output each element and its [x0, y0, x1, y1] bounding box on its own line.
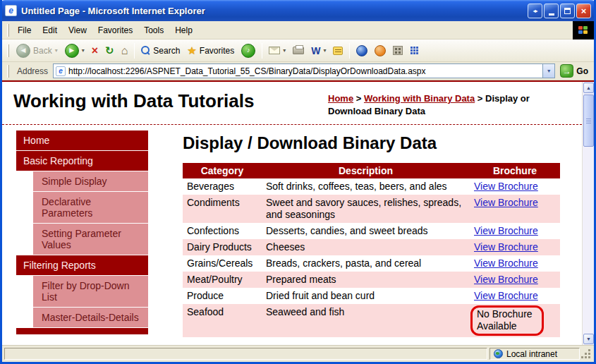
window-arrows-button[interactable]: ◂▸ [528, 4, 542, 18]
back-dropdown-icon[interactable]: ▾ [55, 47, 58, 54]
view-brochure-link[interactable]: View Brochure [474, 290, 538, 301]
table-row-dairy-products: Dairy ProductsCheesesView Brochure [183, 239, 560, 255]
stop-button[interactable]: × [89, 44, 101, 58]
main-content: Display / Download Binary Data CategoryD… [183, 131, 582, 337]
forward-button[interactable]: ▶ ▾ [62, 42, 87, 59]
breadcrumb-link-home[interactable]: Home [328, 93, 353, 104]
search-button[interactable]: Search [138, 44, 183, 57]
title-bar[interactable]: e Untitled Page - Microsoft Internet Exp… [0, 0, 596, 21]
messenger-icon [356, 45, 367, 56]
menu-favorites[interactable]: Favorites [92, 23, 138, 38]
media-button[interactable]: ♪ [238, 42, 258, 59]
print-button[interactable] [290, 45, 307, 56]
description-cell: Seaweed and fish [262, 304, 470, 337]
view-brochure-link[interactable]: View Brochure [474, 257, 538, 269]
close-button[interactable]: × [576, 4, 591, 18]
menu-bar-grip[interactable] [7, 24, 9, 37]
discuss-button[interactable] [330, 45, 346, 56]
discuss-icon [333, 47, 343, 55]
table-row-condiments: CondimentsSweet and savory sauces, relis… [183, 195, 560, 223]
sidebar-item-filter-by-drop-down-list[interactable]: Filter by Drop-Down List [33, 276, 148, 307]
brochure-cell: View Brochure [470, 195, 560, 223]
window-title: Untitled Page - Microsoft Internet Explo… [21, 6, 523, 16]
sidebar-item-partial[interactable] [16, 328, 148, 334]
maximize-button[interactable] [560, 4, 575, 18]
address-dropdown-button[interactable]: ▼ [542, 64, 554, 78]
column-header-brochure: Brochure [470, 163, 560, 178]
sidebar-nav: HomeBasic ReportingSimple DisplayDeclara… [16, 131, 148, 327]
home-button[interactable]: ⌂ [118, 44, 131, 58]
research-icon [375, 45, 386, 56]
forward-dropdown-icon[interactable]: ▾ [82, 47, 85, 54]
refresh-icon: ↻ [105, 45, 114, 56]
address-bar: Address e http://localhost:2296/ASPNET_D… [2, 62, 594, 80]
forward-icon: ▶ [65, 44, 79, 58]
view-brochure-link[interactable]: View Brochure [474, 181, 538, 192]
folders-button[interactable] [390, 44, 406, 56]
table-row-confections: ConfectionsDesserts, candies, and sweet … [183, 223, 560, 239]
refresh-button[interactable]: ↻ [102, 44, 117, 57]
messenger-button[interactable] [353, 44, 370, 58]
breadcrumb: Home > Working with Binary Data > Displa… [328, 90, 573, 118]
brochure-cell: View Brochure [470, 288, 560, 304]
view-brochure-link[interactable]: View Brochure [474, 241, 538, 253]
menu-file[interactable]: File [12, 23, 37, 38]
url-page-icon: e [56, 66, 66, 76]
browser-viewport: Working with Data Tutorials Home > Worki… [2, 82, 594, 345]
scrollbar-thumb[interactable] [583, 95, 594, 147]
toolbar-separator [134, 43, 135, 59]
menu-edit[interactable]: Edit [37, 23, 63, 38]
menu-view[interactable]: View [63, 23, 92, 38]
sidebar-item-basic-reporting[interactable]: Basic Reporting [16, 151, 148, 171]
research-button[interactable] [372, 44, 389, 58]
links-grid-button[interactable] [407, 44, 422, 56]
menu-tools[interactable]: Tools [138, 23, 169, 38]
favorites-label: Favorites [200, 46, 234, 56]
view-brochure-link[interactable]: View Brochure [474, 225, 538, 236]
go-button[interactable]: → Go [559, 64, 591, 78]
sidebar: HomeBasic ReportingSimple DisplayDeclara… [16, 131, 148, 337]
url-text: http://localhost:2296/ASPNET_Data_Tutori… [68, 66, 542, 76]
back-button[interactable]: ◀ Back ▾ [13, 42, 61, 59]
scroll-down-button[interactable]: ▼ [583, 334, 594, 344]
categories-table: CategoryDescriptionBrochure BeveragesSof… [183, 163, 560, 337]
edit-dropdown-icon[interactable]: ▾ [323, 47, 326, 54]
mail-button[interactable]: ▾ [266, 45, 288, 56]
sidebar-item-declarative-parameters[interactable]: Declarative Parameters [33, 192, 148, 223]
view-brochure-link[interactable]: View Brochure [474, 274, 538, 285]
minimize-button[interactable] [544, 4, 559, 18]
description-cell: Breads, crackers, pasta, and cereal [262, 255, 470, 272]
favorites-button[interactable]: ★ Favorites [184, 44, 237, 57]
sidebar-item-master-details-details[interactable]: Master-Details-Details [33, 308, 148, 327]
scroll-up-button[interactable]: ▲ [583, 83, 594, 93]
window-resize-grip[interactable] [582, 348, 592, 360]
edit-button[interactable]: W ▾ [308, 44, 329, 57]
page-body: HomeBasic ReportingSimple DisplayDeclara… [2, 125, 582, 337]
brochure-cell: View Brochure [470, 255, 560, 272]
table-row-grains-cereals: Grains/CerealsBreads, crackers, pasta, a… [183, 255, 560, 272]
breadcrumb-separator: > [353, 93, 364, 104]
address-input[interactable]: e http://localhost:2296/ASPNET_Data_Tuto… [53, 63, 555, 78]
description-cell: Dried fruit and bean curd [262, 288, 470, 304]
menu-bar-items: FileEditViewFavoritesToolsHelp [12, 23, 198, 38]
home-icon: ⌂ [121, 45, 128, 56]
media-icon: ♪ [241, 44, 255, 58]
sidebar-item-setting-parameter-values[interactable]: Setting Parameter Values [33, 224, 148, 255]
zone-label: Local intranet [506, 349, 557, 359]
category-cell: Produce [183, 288, 262, 304]
mail-icon [269, 47, 280, 54]
mail-dropdown-icon[interactable]: ▾ [283, 47, 286, 54]
view-brochure-link[interactable]: View Brochure [474, 197, 538, 208]
toolbar-grip[interactable] [7, 44, 9, 57]
address-bar-grip[interactable] [7, 65, 9, 78]
brochure-cell: View Brochure [470, 178, 560, 195]
vertical-scrollbar[interactable]: ▲ ▼ [582, 82, 594, 345]
sidebar-item-simple-display[interactable]: Simple Display [33, 171, 148, 191]
breadcrumb-link-working-with-binary-data[interactable]: Working with Binary Data [364, 93, 475, 104]
sidebar-item-filtering-reports[interactable]: Filtering Reports [16, 255, 148, 275]
category-cell: Grains/Cereals [183, 255, 262, 272]
menu-help[interactable]: Help [169, 23, 198, 38]
breadcrumb-separator: > [475, 93, 485, 104]
sidebar-item-home[interactable]: Home [16, 131, 148, 150]
go-label: Go [576, 66, 588, 76]
